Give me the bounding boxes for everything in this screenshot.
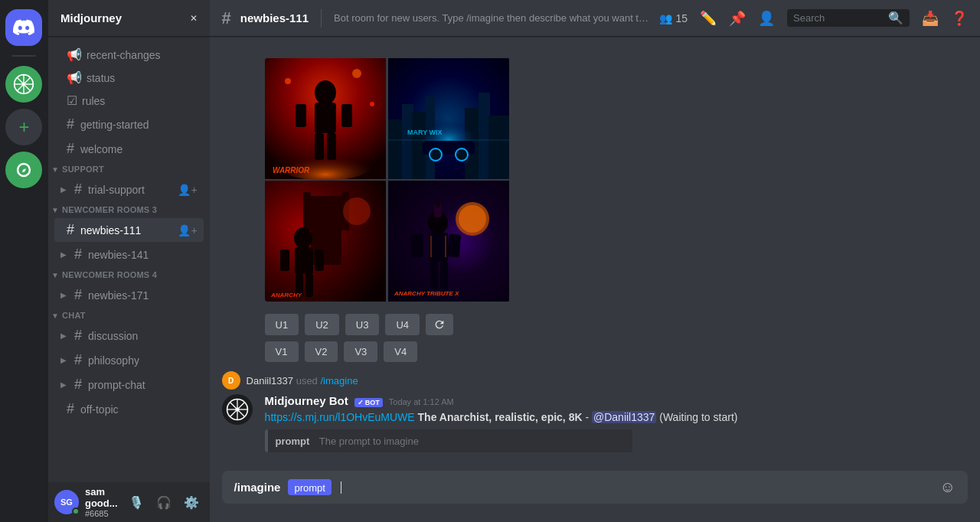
pin-icon[interactable]: 📌 (729, 10, 746, 27)
channel-item-prompt-chat[interactable]: ▶ # prompt-chat (54, 373, 204, 396)
category-label: SUPPORT (62, 165, 104, 174)
svg-rect-39 (280, 250, 289, 271)
bot-message-text: https://s.mj.run/l1OHvEuMUWE The Anarchi… (265, 410, 968, 425)
svg-point-9 (315, 80, 336, 105)
hash-icon-4: # (67, 222, 74, 238)
hash-icon-6: # (74, 287, 82, 303)
generated-image-4: ANARCHY TRIBUTE X (388, 181, 509, 302)
chevron-down-icon: ✕ (190, 13, 198, 24)
refresh-icon (433, 318, 446, 331)
member-icon: 👥 (659, 12, 672, 24)
expand-arrow-icon-5: ▶ (60, 356, 67, 364)
channel-item-newbies-141[interactable]: ▶ # newbies-141 (54, 243, 204, 266)
hash-icon-7: # (74, 328, 82, 344)
help-icon[interactable]: ❓ (951, 10, 968, 27)
image-attachment: WARRIOR (265, 52, 510, 308)
settings-button[interactable]: ⚙️ (179, 490, 204, 514)
u4-button[interactable]: U4 (385, 314, 420, 335)
svg-rect-11 (296, 104, 306, 127)
u2-button[interactable]: U2 (305, 314, 339, 335)
svg-point-29 (430, 148, 442, 161)
action-row-1: U1 U2 U3 U4 (210, 308, 980, 335)
image-cell-2[interactable]: MARY WIX (388, 58, 509, 179)
members-icon[interactable]: 👤 (758, 10, 775, 27)
channel-item-welcome[interactable]: # welcome (54, 137, 204, 161)
refresh-button[interactable] (426, 314, 453, 335)
channel-item-recent-changes[interactable]: 📢 recent-changes (54, 44, 204, 66)
emoji-button[interactable]: ☺ (940, 478, 956, 496)
channel-description: Bot room for new users. Type /imagine th… (334, 12, 650, 24)
pencil-icon[interactable]: ✏️ (700, 10, 717, 27)
svg-point-15 (285, 78, 291, 84)
category-arrow-icon-4: ▼ (51, 312, 59, 320)
channel-item-discussion[interactable]: ▶ # discussion (54, 324, 204, 347)
prompt-tag: prompt (288, 479, 331, 495)
image-cell-4[interactable]: ANARCHY TRIBUTE X (388, 181, 509, 302)
u1-button[interactable]: U1 (265, 314, 299, 335)
category-support[interactable]: ▼ SUPPORT (48, 161, 210, 177)
svg-rect-13 (315, 133, 324, 160)
v4-button[interactable]: V4 (384, 341, 417, 362)
channel-item-off-topic[interactable]: # off-topic (54, 397, 204, 421)
action-buttons: U1 U2 U3 U4 (265, 314, 968, 335)
hash-icon-2: # (67, 141, 74, 157)
category-label-2: NEWCOMER ROOMS 3 (62, 205, 157, 214)
channel-item-newbies-171[interactable]: ▶ # newbies-171 (54, 283, 204, 307)
search-bar[interactable]: 🔍 (787, 9, 910, 27)
mute-button[interactable]: 🎙️ (124, 490, 149, 514)
image-cell-1[interactable]: WARRIOR (265, 58, 386, 179)
channel-item-status[interactable]: 📢 status (54, 67, 204, 89)
messages-area[interactable]: WARRIOR (210, 37, 980, 471)
channel-item-philosophy[interactable]: ▶ # philosophy (54, 348, 204, 372)
server-icon-discord[interactable] (5, 9, 42, 46)
svg-rect-51 (429, 233, 448, 262)
message-link[interactable]: https://s.mj.run/l1OHvEuMUWE (265, 411, 415, 423)
sidebar: Midjourney ✕ 📢 recent-changes 📢 status ☑… (48, 0, 210, 522)
header-divider (321, 9, 322, 28)
member-count[interactable]: 👥 15 (659, 12, 688, 24)
svg-point-43 (343, 197, 371, 225)
explore-servers-button[interactable] (5, 152, 42, 188)
v1-button[interactable]: V1 (265, 341, 299, 362)
u3-button[interactable]: U3 (345, 314, 380, 335)
category-arrow-icon-2: ▼ (51, 206, 59, 214)
system-username: Daniil1337 (247, 375, 293, 387)
server-icon-midjourney[interactable] (5, 66, 42, 103)
channel-item-trial-support[interactable]: ▶ # trial-support 👤+ (54, 178, 204, 201)
member-count-value: 15 (675, 12, 688, 24)
v2-button[interactable]: V2 (305, 341, 338, 362)
channel-header-name: newbies-111 (240, 11, 309, 24)
bot-message-content: Midjourney Bot ✓ BOT Today at 1:12 AM ht… (265, 394, 968, 452)
search-input[interactable] (793, 12, 885, 24)
image-grid[interactable]: WARRIOR (265, 58, 510, 302)
svg-rect-40 (315, 250, 324, 271)
deafen-button[interactable]: 🎧 (152, 490, 176, 514)
system-text: Daniil1337 used /imagine (247, 375, 358, 387)
channel-item-rules[interactable]: ☑ rules (54, 90, 204, 112)
channel-item-newbies-111[interactable]: # newbies-111 👤+ (54, 218, 204, 242)
channel-list: 📢 recent-changes 📢 status ☑ rules # gett… (48, 37, 210, 482)
category-newcomer-3[interactable]: ▼ NEWCOMER ROOMS 3 (48, 202, 210, 217)
image-cell-3[interactable]: ANARCHY (265, 181, 386, 302)
add-server-button[interactable]: + (5, 109, 42, 145)
server-divider (11, 55, 36, 57)
message-input-box[interactable]: /imagine prompt ☺ (222, 471, 968, 504)
message-group-image: WARRIOR (210, 49, 980, 308)
svg-rect-50 (436, 200, 440, 207)
check-icon: ✓ (358, 399, 364, 406)
svg-rect-20 (388, 119, 403, 179)
channel-item-getting-started[interactable]: # getting-started (54, 113, 204, 136)
v3-button[interactable]: V3 (344, 341, 377, 362)
announcement-icon-2: 📢 (67, 70, 82, 85)
category-newcomer-4[interactable]: ▼ NEWCOMER ROOMS 4 (48, 267, 210, 282)
inbox-icon[interactable]: 📥 (922, 10, 939, 27)
category-chat[interactable]: ▼ CHAT (48, 308, 210, 323)
bot-name[interactable]: Midjourney Bot (265, 394, 348, 407)
server-header[interactable]: Midjourney ✕ (48, 0, 210, 37)
user-mention[interactable]: @Daniil1337 (592, 411, 656, 423)
add-user-icon: 👤+ (178, 184, 197, 196)
svg-rect-21 (402, 104, 413, 179)
channel-header: # newbies-111 Bot room for new users. Ty… (210, 0, 980, 37)
message-header: Midjourney Bot ✓ BOT Today at 1:12 AM (265, 394, 968, 407)
message-group-bot: Midjourney Bot ✓ BOT Today at 1:12 AM ht… (210, 391, 980, 455)
